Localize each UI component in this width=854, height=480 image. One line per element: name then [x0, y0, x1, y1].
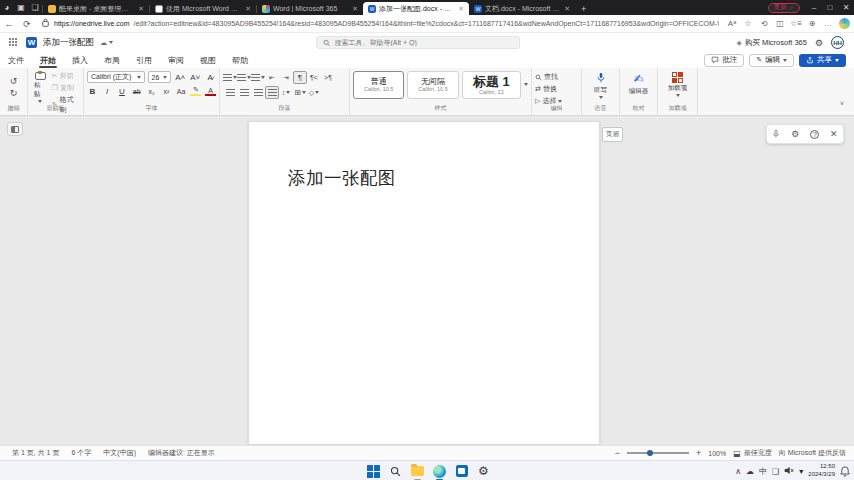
collapse-ribbon-chevron-icon[interactable]: ˅: [840, 100, 844, 107]
style-normal[interactable]: 普通 Calibri, 10.5: [353, 71, 404, 99]
borders-button[interactable]: ⊞: [293, 86, 307, 99]
multilevel-list-button[interactable]: [251, 71, 265, 84]
show-paragraph-marks-button[interactable]: ¶: [293, 71, 307, 84]
file-explorer-button[interactable]: [410, 464, 425, 479]
tab-references[interactable]: 引用: [128, 52, 160, 68]
feedback-link[interactable]: 向 Microsoft 提供反馈: [779, 448, 846, 458]
zoom-level[interactable]: 100%: [708, 450, 726, 457]
collections-icon[interactable]: ⟲: [757, 19, 771, 28]
redo-icon[interactable]: ↻: [10, 89, 18, 98]
page-header-button[interactable]: 页眉: [602, 127, 623, 142]
addins-button[interactable]: 加载项: [661, 71, 694, 98]
tab-home[interactable]: 开始: [32, 52, 64, 68]
align-left-button[interactable]: [223, 86, 237, 99]
url-field[interactable]: https://onedrive.live.com/edit?action=ed…: [54, 17, 719, 30]
browser-profile-avatar[interactable]: [839, 18, 850, 29]
title-chevron-down-icon[interactable]: [109, 41, 113, 44]
tab-view[interactable]: 视图: [192, 52, 224, 68]
line-spacing-button[interactable]: ↕: [279, 86, 293, 99]
fit-width-button[interactable]: ⬓最佳宽度: [733, 448, 772, 458]
clear-formatting-icon[interactable]: A̷: [204, 73, 216, 82]
tray-app-icon[interactable]: ▾: [799, 467, 803, 476]
display-icon[interactable]: ❑: [772, 467, 779, 476]
editing-mode-button[interactable]: ✎ 编辑: [749, 54, 794, 67]
ime-indicator[interactable]: 中: [759, 466, 767, 477]
document-title[interactable]: 添加一张配图: [43, 37, 94, 49]
shading-button[interactable]: ◇: [307, 86, 321, 99]
tab-file[interactable]: 文件: [0, 52, 32, 68]
document-page[interactable]: 添加一张配图: [248, 121, 600, 445]
window-restore-button[interactable]: □: [822, 1, 838, 14]
font-size-combo[interactable]: 26: [148, 71, 172, 83]
replace-button[interactable]: ⇄ 替换: [535, 84, 578, 94]
browser-tab-5[interactable]: W 文档.docx - Microsoft Word Onli… ✕: [469, 2, 575, 15]
copy-button[interactable]: ❐ 复制: [52, 83, 80, 93]
tab-actions-icon[interactable]: ❏: [28, 2, 42, 13]
bullets-button[interactable]: [223, 71, 237, 84]
underline-button[interactable]: U: [117, 87, 128, 96]
font-color-button[interactable]: A: [205, 87, 216, 96]
comments-button[interactable]: 批注: [704, 54, 744, 67]
language-status[interactable]: 中文(中国): [103, 448, 136, 458]
ltr-text-button[interactable]: ¶˂: [307, 71, 321, 84]
share-button[interactable]: 共享: [799, 54, 846, 67]
font-name-combo[interactable]: Calibri (正文): [87, 71, 145, 83]
page-count-status[interactable]: 第 1 页, 共 1 页: [12, 448, 59, 458]
editor-suggestion-status[interactable]: 编辑器建议: 正在显示: [148, 448, 215, 458]
highlight-color-button[interactable]: ✎: [190, 86, 201, 96]
float-mic-icon[interactable]: [772, 129, 780, 140]
app-launcher-icon[interactable]: [9, 38, 18, 47]
buy-microsoft365-button[interactable]: ◈ 购买 Microsoft 365: [736, 38, 807, 48]
new-tab-button[interactable]: +: [581, 4, 586, 14]
justify-button[interactable]: [265, 86, 279, 99]
tab1-close-icon[interactable]: ✕: [138, 5, 144, 13]
rtl-text-button[interactable]: ˃¶: [321, 71, 335, 84]
tab4-close-icon[interactable]: ✕: [458, 5, 464, 13]
italic-button[interactable]: I: [102, 87, 113, 96]
tab-review[interactable]: 审阅: [160, 52, 192, 68]
start-button[interactable]: [366, 464, 381, 479]
tab5-close-icon[interactable]: ✕: [564, 5, 570, 13]
browser-essentials-icon[interactable]: ⊕: [805, 19, 819, 28]
tab-help[interactable]: 帮助: [224, 52, 256, 68]
search-box[interactable]: [316, 36, 520, 49]
dictate-button[interactable]: 听写: [585, 71, 616, 100]
browser-tab-3[interactable]: Word | Microsoft 365 ✕: [257, 2, 363, 15]
notification-bell-icon[interactable]: [840, 466, 850, 477]
taskbar-clock[interactable]: 12:50 2024/3/29: [808, 463, 835, 479]
change-case-button[interactable]: Aa: [176, 88, 187, 95]
cut-button[interactable]: ✂ 剪切: [52, 71, 80, 81]
save-status-icon[interactable]: ☁: [100, 39, 107, 47]
account-avatar[interactable]: HH: [831, 36, 844, 49]
back-icon[interactable]: ←: [0, 19, 18, 29]
tab2-close-icon[interactable]: ✕: [245, 5, 251, 13]
document-heading-text[interactable]: 添加一张配图: [288, 166, 599, 190]
grow-font-icon[interactable]: A˄: [174, 73, 186, 82]
window-close-button[interactable]: ✕: [838, 1, 854, 14]
taskbar-search-button[interactable]: [388, 464, 403, 479]
superscript-button[interactable]: x²: [161, 88, 172, 95]
store-app-button[interactable]: [454, 464, 469, 479]
word-logo-icon[interactable]: W: [26, 37, 37, 48]
browser-profile-icon[interactable]: ◕: [0, 2, 14, 13]
decrease-indent-button[interactable]: ⇤: [265, 71, 279, 84]
strikethrough-button[interactable]: ab: [131, 88, 142, 95]
settings-gear-icon[interactable]: ⚙: [815, 38, 823, 48]
tab-layout[interactable]: 布局: [96, 52, 128, 68]
split-screen-icon[interactable]: ◫: [773, 19, 787, 28]
find-button[interactable]: 查找: [535, 72, 578, 82]
float-help-icon[interactable]: ?: [810, 130, 819, 139]
browser-tab-4-active[interactable]: W 添加一张配图.docx - Microsoft W… ✕: [363, 2, 469, 15]
style-heading1[interactable]: 标题 1 Calibri, 22: [462, 71, 521, 99]
browser-update-badge[interactable]: 更新 ☞: [768, 3, 800, 13]
edge-button[interactable]: [432, 464, 447, 479]
hidden-icons-chevron[interactable]: ∧: [735, 467, 741, 476]
subscript-button[interactable]: x₂: [146, 88, 157, 95]
read-aloud-icon[interactable]: Aᵃ: [725, 19, 739, 28]
zoom-out-button[interactable]: −: [615, 448, 620, 458]
settings-app-button[interactable]: ⚙: [476, 464, 491, 479]
style-no-spacing[interactable]: 无间隔 Calibri, 10.5: [407, 71, 458, 99]
word-count-status[interactable]: 6 个字: [71, 448, 91, 458]
favorite-star-icon[interactable]: ☆: [741, 19, 755, 28]
more-menu-icon[interactable]: …: [821, 19, 835, 28]
